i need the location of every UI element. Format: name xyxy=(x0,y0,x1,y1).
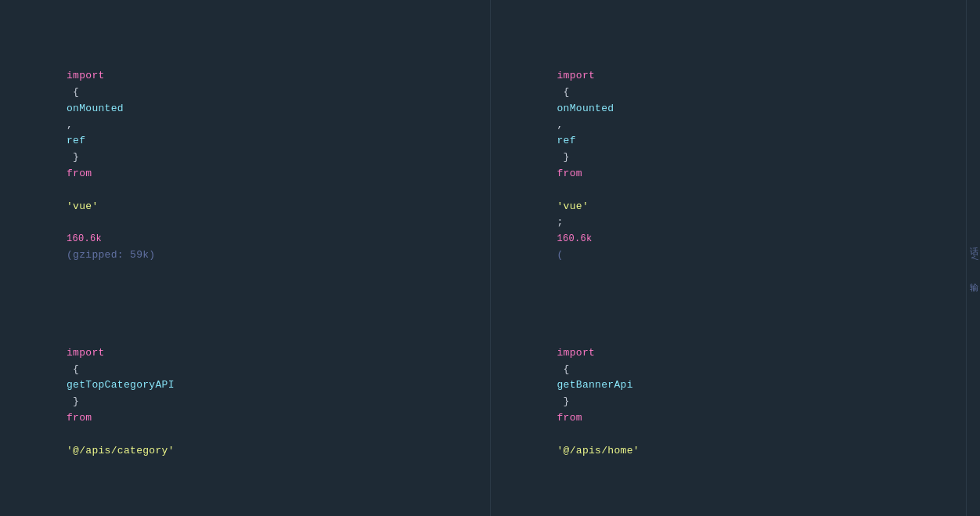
str-vue: 'vue' xyxy=(67,200,99,212)
left-pane: import { onMounted , ref } from 'vue' 16… xyxy=(0,0,491,516)
right-code-block: import { onMounted , ref } from 'vue' ; … xyxy=(491,0,981,516)
line-1: import { onMounted , ref } from 'vue' 16… xyxy=(0,52,490,280)
var-onMounted: onMounted xyxy=(67,103,124,114)
r-line-1: import { onMounted , ref } from 'vue' ; … xyxy=(491,52,981,280)
editor-container: import { onMounted , ref } from 'vue' 16… xyxy=(0,0,980,516)
left-code-block: import { onMounted , ref } from 'vue' 16… xyxy=(0,0,490,516)
keyword-from: from xyxy=(67,168,92,179)
line-2: import { getTopCategoryAPI } from '@/api… xyxy=(0,329,490,475)
keyword-import: import xyxy=(67,70,105,81)
side-label-2: √ xyxy=(969,255,978,261)
r-line-2: import { getBannerApi } from '@/apis/hom… xyxy=(491,329,981,475)
var-ref: ref xyxy=(67,135,85,146)
right-pane: import { onMounted , ref } from 'vue' ; … xyxy=(491,0,981,516)
size-badge: 160.6k xyxy=(67,233,108,244)
